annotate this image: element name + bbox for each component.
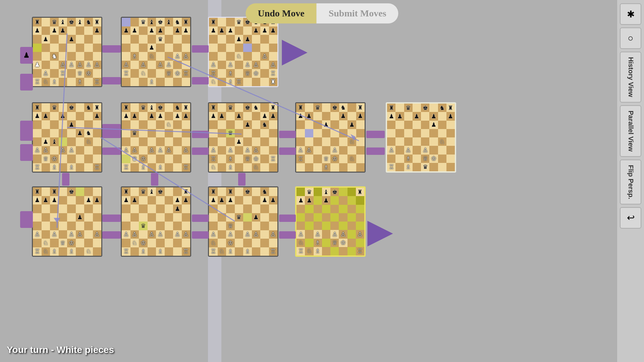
back-button[interactable]: ↩ [620,207,641,229]
undo-button[interactable]: Undo Move [246,3,316,23]
chess-board-2[interactable]: ♛ ♝ ♚ ♝ ♞ ♜ ♟ ♟ ♟ ♟ ♟ ♟ ♛ [121,17,191,87]
chess-board-7[interactable]: ♜ ♛ ♚ ♞ ♜ ♟ ♟ ♟ ♟ ♟ ♟ [295,102,366,173]
arrow-right-1: ▶ [282,30,308,69]
chess-board-3[interactable]: ♜ ♛ ♚ ♝ ♞ ♜ ♟ ♟ ♟ ♟ ♟ ♟ ♟ ♟ [208,17,278,87]
chess-board-5[interactable]: ♜ ♛ ♝ ♚ ♞ ♜ ♟ ♟ ♟ ♟ ♟ ♟ ♘ ♛ [121,102,191,173]
circle-button[interactable]: ○ [620,27,641,49]
chess-board-9[interactable]: ♜ ♜ ♚ ♟ ♟ ♟ ♟ ♟ [32,186,102,257]
chess-board-8[interactable]: ♜ ♛ ♚ ♞ ♜ ♟ ♟ ♟ ♟ ♟ ♟ [386,102,456,173]
chess-board-11[interactable]: ♜ ♜ ♚ ♞ ♟ ♟ ♟ ♟ ♟ ♛ [208,186,278,257]
chess-board-4[interactable]: ♜ ♛ ♚ ♞ ♜ ♟ ♟ ♟ ♟ ♟ [32,102,102,173]
chess-board-10[interactable]: ♜ ♛ ♝ ♚ ♜ ♟ ♟ ♟ ♟ ♟ [121,186,191,257]
star-button[interactable]: ✱ [620,3,641,25]
flip-persp-button[interactable]: Flip Persp. [620,160,641,204]
submit-button[interactable]: Submit Moves [317,3,398,23]
chess-board-1[interactable]: ♜ ♛ ♝ ♚ ♝ ♞ ♜ ♟ ♟ ♟ ♟ ♟ ♟ [32,17,102,87]
chess-board-12-active[interactable]: ♛ ♝ ♚ ♜ ♟ ♟ ♟ [295,186,366,257]
game-area: ♜ ♛ ♝ ♚ ♝ ♞ ♜ ♟ ♟ ♟ ♟ ♟ ♟ [0,0,617,362]
chess-board-6[interactable]: ♜ ♛ ♚ ♞ ♜ ♟ ♟ ♟ ♟ ♟ ♟ ♞ [208,102,278,173]
parallel-view-button[interactable]: Parallel View [620,105,641,157]
history-view-button[interactable]: History View [620,52,641,103]
status-text: Your turn - White pieces [7,345,114,355]
toolbar: Undo Move Submit Moves [246,3,398,23]
right-sidebar: ✱ ○ History View Parallel View Flip Pers… [617,0,644,362]
arrow-right-2: ▶ [367,211,393,250]
